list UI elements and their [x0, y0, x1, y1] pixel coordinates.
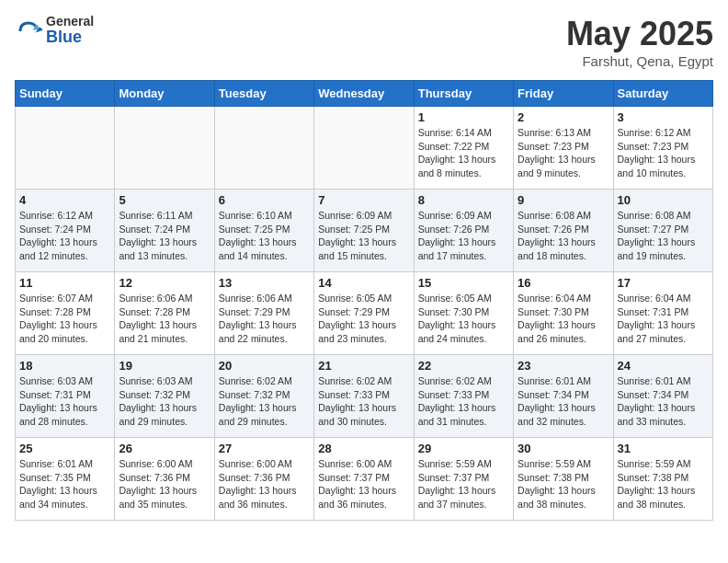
- day-info: Sunrise: 6:02 AM Sunset: 7:33 PM Dayligh…: [418, 374, 509, 429]
- table-row: 15Sunrise: 6:05 AM Sunset: 7:30 PM Dayli…: [414, 272, 513, 355]
- day-info: Sunrise: 6:00 AM Sunset: 7:37 PM Dayligh…: [318, 457, 409, 511]
- day-info: Sunrise: 6:08 AM Sunset: 7:26 PM Dayligh…: [518, 209, 609, 263]
- table-row: 20Sunrise: 6:02 AM Sunset: 7:32 PM Dayli…: [214, 355, 313, 438]
- day-info: Sunrise: 6:13 AM Sunset: 7:23 PM Dayligh…: [518, 126, 609, 180]
- table-row: 8Sunrise: 6:09 AM Sunset: 7:26 PM Daylig…: [414, 190, 513, 272]
- day-number: 4: [19, 193, 110, 207]
- day-number: 23: [518, 359, 609, 373]
- day-info: Sunrise: 6:11 AM Sunset: 7:24 PM Dayligh…: [119, 209, 210, 263]
- header-sunday: Sunday: [16, 81, 115, 107]
- day-number: 27: [219, 442, 310, 455]
- day-number: 11: [19, 276, 110, 290]
- day-info: Sunrise: 6:00 AM Sunset: 7:36 PM Dayligh…: [119, 457, 210, 511]
- table-row: 21Sunrise: 6:02 AM Sunset: 7:33 PM Dayli…: [314, 355, 414, 438]
- table-row: 31Sunrise: 5:59 AM Sunset: 7:38 PM Dayli…: [613, 438, 712, 521]
- table-row: 5Sunrise: 6:11 AM Sunset: 7:24 PM Daylig…: [115, 190, 214, 272]
- day-info: Sunrise: 6:12 AM Sunset: 7:24 PM Dayligh…: [19, 209, 110, 263]
- logo-text: General Blue: [46, 15, 94, 47]
- table-row: 24Sunrise: 6:01 AM Sunset: 7:34 PM Dayli…: [613, 355, 712, 438]
- day-number: 7: [318, 193, 409, 207]
- calendar-week-row: 11Sunrise: 6:07 AM Sunset: 7:28 PM Dayli…: [16, 272, 713, 355]
- day-number: 17: [618, 276, 709, 290]
- day-info: Sunrise: 6:01 AM Sunset: 7:34 PM Dayligh…: [618, 374, 709, 429]
- day-number: 22: [418, 359, 509, 373]
- day-number: 24: [618, 359, 709, 373]
- calendar-week-row: 25Sunrise: 6:01 AM Sunset: 7:35 PM Dayli…: [16, 438, 713, 521]
- table-row: 14Sunrise: 6:05 AM Sunset: 7:29 PM Dayli…: [314, 272, 414, 355]
- table-row: 6Sunrise: 6:10 AM Sunset: 7:25 PM Daylig…: [214, 190, 313, 272]
- day-number: 5: [119, 193, 210, 207]
- table-row: 11Sunrise: 6:07 AM Sunset: 7:28 PM Dayli…: [16, 272, 115, 355]
- header-wednesday: Wednesday: [314, 81, 414, 107]
- day-number: 21: [318, 359, 409, 373]
- day-info: Sunrise: 6:03 AM Sunset: 7:31 PM Dayligh…: [19, 374, 110, 429]
- day-number: 26: [119, 442, 210, 455]
- day-number: 16: [518, 276, 609, 290]
- table-row: [115, 107, 214, 190]
- day-number: 28: [318, 442, 409, 455]
- day-info: Sunrise: 5:59 AM Sunset: 7:38 PM Dayligh…: [518, 457, 609, 511]
- header-tuesday: Tuesday: [214, 81, 313, 107]
- header-friday: Friday: [514, 81, 613, 107]
- table-row: 13Sunrise: 6:06 AM Sunset: 7:29 PM Dayli…: [214, 272, 313, 355]
- day-number: 19: [119, 359, 210, 373]
- calendar-table: Sunday Monday Tuesday Wednesday Thursday…: [15, 80, 713, 521]
- day-info: Sunrise: 6:05 AM Sunset: 7:30 PM Dayligh…: [418, 292, 509, 346]
- logo-icon: [15, 17, 42, 45]
- table-row: 23Sunrise: 6:01 AM Sunset: 7:34 PM Dayli…: [514, 355, 613, 438]
- day-info: Sunrise: 6:09 AM Sunset: 7:26 PM Dayligh…: [418, 209, 509, 263]
- day-number: 3: [618, 110, 709, 124]
- day-number: 12: [119, 276, 210, 290]
- location-subtitle: Farshut, Qena, Egypt: [566, 53, 713, 69]
- day-number: 9: [518, 193, 609, 207]
- logo: General Blue: [15, 15, 94, 47]
- table-row: 10Sunrise: 6:08 AM Sunset: 7:27 PM Dayli…: [613, 190, 712, 272]
- table-row: 16Sunrise: 6:04 AM Sunset: 7:30 PM Dayli…: [514, 272, 613, 355]
- day-number: 6: [219, 193, 310, 207]
- table-row: 4Sunrise: 6:12 AM Sunset: 7:24 PM Daylig…: [16, 190, 115, 272]
- day-info: Sunrise: 6:01 AM Sunset: 7:35 PM Dayligh…: [19, 457, 110, 511]
- day-number: 20: [219, 359, 310, 373]
- day-info: Sunrise: 6:14 AM Sunset: 7:22 PM Dayligh…: [418, 126, 509, 180]
- calendar-week-row: 18Sunrise: 6:03 AM Sunset: 7:31 PM Dayli…: [16, 355, 713, 438]
- table-row: [16, 107, 115, 190]
- day-number: 14: [318, 276, 409, 290]
- calendar-week-row: 4Sunrise: 6:12 AM Sunset: 7:24 PM Daylig…: [16, 190, 713, 272]
- table-row: 26Sunrise: 6:00 AM Sunset: 7:36 PM Dayli…: [115, 438, 214, 521]
- title-section: May 2025 Farshut, Qena, Egypt: [566, 15, 713, 69]
- table-row: 17Sunrise: 6:04 AM Sunset: 7:31 PM Dayli…: [613, 272, 712, 355]
- day-number: 1: [418, 110, 509, 124]
- table-row: [214, 107, 313, 190]
- table-row: 12Sunrise: 6:06 AM Sunset: 7:28 PM Dayli…: [115, 272, 214, 355]
- day-info: Sunrise: 6:04 AM Sunset: 7:30 PM Dayligh…: [518, 292, 609, 346]
- header-monday: Monday: [115, 81, 214, 107]
- day-info: Sunrise: 6:01 AM Sunset: 7:34 PM Dayligh…: [518, 374, 609, 429]
- table-row: 7Sunrise: 6:09 AM Sunset: 7:25 PM Daylig…: [314, 190, 414, 272]
- day-info: Sunrise: 6:09 AM Sunset: 7:25 PM Dayligh…: [318, 209, 409, 263]
- logo-blue-text: Blue: [46, 29, 94, 47]
- table-row: 22Sunrise: 6:02 AM Sunset: 7:33 PM Dayli…: [414, 355, 513, 438]
- day-number: 18: [19, 359, 110, 373]
- month-year-title: May 2025: [566, 15, 713, 53]
- day-info: Sunrise: 6:10 AM Sunset: 7:25 PM Dayligh…: [219, 209, 310, 263]
- table-row: 28Sunrise: 6:00 AM Sunset: 7:37 PM Dayli…: [314, 438, 414, 521]
- day-number: 15: [418, 276, 509, 290]
- day-info: Sunrise: 6:03 AM Sunset: 7:32 PM Dayligh…: [119, 374, 210, 429]
- table-row: 9Sunrise: 6:08 AM Sunset: 7:26 PM Daylig…: [514, 190, 613, 272]
- day-info: Sunrise: 6:06 AM Sunset: 7:29 PM Dayligh…: [219, 292, 310, 346]
- day-number: 13: [219, 276, 310, 290]
- table-row: 30Sunrise: 5:59 AM Sunset: 7:38 PM Dayli…: [514, 438, 613, 521]
- calendar-week-row: 1Sunrise: 6:14 AM Sunset: 7:22 PM Daylig…: [16, 107, 713, 190]
- day-info: Sunrise: 6:02 AM Sunset: 7:33 PM Dayligh…: [318, 374, 409, 429]
- day-number: 2: [518, 110, 609, 124]
- table-row: 27Sunrise: 6:00 AM Sunset: 7:36 PM Dayli…: [214, 438, 313, 521]
- day-info: Sunrise: 6:07 AM Sunset: 7:28 PM Dayligh…: [19, 292, 110, 346]
- day-number: 8: [418, 193, 509, 207]
- table-row: 29Sunrise: 5:59 AM Sunset: 7:37 PM Dayli…: [414, 438, 513, 521]
- table-row: 25Sunrise: 6:01 AM Sunset: 7:35 PM Dayli…: [16, 438, 115, 521]
- page-header: General Blue May 2025 Farshut, Qena, Egy…: [15, 15, 713, 69]
- day-info: Sunrise: 5:59 AM Sunset: 7:37 PM Dayligh…: [418, 457, 509, 511]
- day-number: 30: [518, 442, 609, 455]
- logo-general-text: General: [46, 15, 94, 29]
- calendar-body: 1Sunrise: 6:14 AM Sunset: 7:22 PM Daylig…: [16, 107, 713, 521]
